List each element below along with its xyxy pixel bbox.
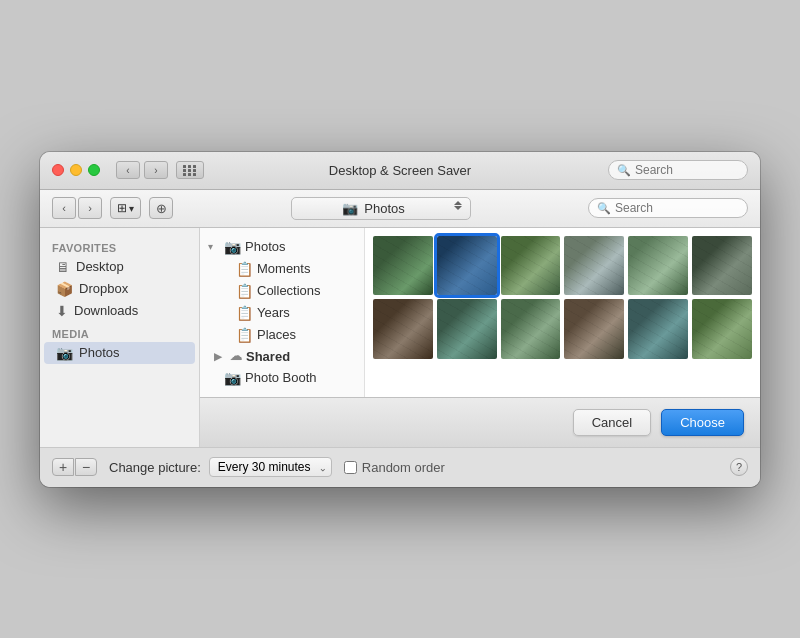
photo-thumb[interactable] bbox=[373, 299, 433, 359]
grid-icon bbox=[183, 165, 197, 176]
tree-item-places[interactable]: 📋 Places bbox=[200, 324, 364, 346]
titlebar-nav: ‹ › bbox=[116, 161, 168, 179]
photo-thumb[interactable] bbox=[564, 236, 624, 296]
new-folder-button[interactable]: ⊕ bbox=[149, 197, 173, 219]
tree-label-moments: Moments bbox=[257, 261, 310, 276]
title-bar: ‹ › Desktop & Screen Saver 🔍 bbox=[40, 152, 760, 190]
toolbar-nav: ‹ › bbox=[52, 197, 102, 219]
media-section-label: Media bbox=[40, 322, 199, 342]
random-order-checkbox[interactable] bbox=[344, 461, 357, 474]
choose-button[interactable]: Choose bbox=[661, 409, 744, 436]
view-mode-button[interactable]: ⊞ ▾ bbox=[110, 197, 141, 219]
interval-select[interactable]: Every 30 minutes bbox=[209, 457, 332, 477]
photo-thumb[interactable] bbox=[628, 236, 688, 296]
view-mode-label: ▾ bbox=[129, 203, 134, 214]
photo-thumb[interactable] bbox=[437, 299, 497, 359]
photo-thumb[interactable] bbox=[628, 299, 688, 359]
sidebar-item-label-desktop: Desktop bbox=[76, 259, 124, 274]
photos-icon: 📷 bbox=[56, 345, 73, 361]
photo-grid bbox=[373, 236, 752, 360]
titlebar-search-input[interactable] bbox=[635, 163, 739, 177]
right-panel: ▾ 📷 Photos 📋 Moments 📋 Collecti bbox=[200, 228, 760, 447]
dropbox-icon: 📦 bbox=[56, 281, 73, 297]
downloads-icon: ⬇ bbox=[56, 303, 68, 319]
back-button[interactable]: ‹ bbox=[116, 161, 140, 179]
tree-photos-icon: 📷 bbox=[224, 239, 241, 255]
window: ‹ › Desktop & Screen Saver 🔍 ‹ › ⊞ ▾ ⊕ bbox=[40, 152, 760, 487]
tree-label-shared: Shared bbox=[246, 349, 290, 364]
change-picture-row: Change picture: Every 30 minutes bbox=[109, 457, 332, 477]
search-icon: 🔍 bbox=[617, 164, 631, 177]
tree-panel: ▾ 📷 Photos 📋 Moments 📋 Collecti bbox=[200, 228, 365, 397]
random-order-row: Random order bbox=[344, 460, 445, 475]
close-button[interactable] bbox=[52, 164, 64, 176]
toolbar-back-button[interactable]: ‹ bbox=[52, 197, 76, 219]
toolbar-search-icon: 🔍 bbox=[597, 202, 611, 215]
traffic-lights bbox=[52, 164, 100, 176]
photo-grid-area bbox=[365, 228, 760, 397]
tree-item-photo-booth[interactable]: 📷 Photo Booth bbox=[200, 367, 364, 389]
photo-thumb[interactable] bbox=[564, 299, 624, 359]
tree-item-shared[interactable]: ▶ ☁ Shared bbox=[200, 346, 364, 367]
help-button[interactable]: ? bbox=[730, 458, 748, 476]
toolbar-search-input[interactable] bbox=[615, 201, 739, 215]
chevron-photos: ▾ bbox=[208, 241, 220, 252]
sidebar-item-photos[interactable]: 📷 Photos bbox=[44, 342, 195, 364]
chevron-shared: ▶ bbox=[214, 351, 226, 362]
favorites-section-label: Favorites bbox=[40, 236, 199, 256]
titlebar-search[interactable]: 🔍 bbox=[608, 160, 748, 180]
photo-thumb[interactable] bbox=[692, 236, 752, 296]
tree-places-icon: 📋 bbox=[236, 327, 253, 343]
location-selector: 📷 Photos bbox=[181, 197, 580, 220]
tree-label-collections: Collections bbox=[257, 283, 321, 298]
sidebar-item-desktop[interactable]: 🖥 Desktop bbox=[44, 256, 195, 278]
maximize-button[interactable] bbox=[88, 164, 100, 176]
remove-button[interactable]: − bbox=[75, 458, 97, 476]
minimize-button[interactable] bbox=[70, 164, 82, 176]
cancel-button[interactable]: Cancel bbox=[573, 409, 651, 436]
tree-label-photos: Photos bbox=[245, 239, 285, 254]
sidebar-item-label-downloads: Downloads bbox=[74, 303, 138, 318]
tree-item-photos[interactable]: ▾ 📷 Photos bbox=[200, 236, 364, 258]
tree-item-years[interactable]: 📋 Years bbox=[200, 302, 364, 324]
tree-years-icon: 📋 bbox=[236, 305, 253, 321]
sidebar-item-label-dropbox: Dropbox bbox=[79, 281, 128, 296]
toolbar: ‹ › ⊞ ▾ ⊕ 📷 Photos 🔍 bbox=[40, 190, 760, 228]
view-icon: ⊞ bbox=[117, 201, 127, 215]
sidebar-item-dropbox[interactable]: 📦 Dropbox bbox=[44, 278, 195, 300]
tree-collections-icon: 📋 bbox=[236, 283, 253, 299]
sidebar: Favorites 🖥 Desktop 📦 Dropbox ⬇ Download… bbox=[40, 228, 200, 447]
cloud-icon: ☁ bbox=[230, 349, 242, 363]
grid-view-button[interactable] bbox=[176, 161, 204, 179]
location-icon: 📷 bbox=[342, 201, 358, 216]
random-order-label: Random order bbox=[362, 460, 445, 475]
toolbar-search[interactable]: 🔍 bbox=[588, 198, 748, 218]
sidebar-item-downloads[interactable]: ⬇ Downloads bbox=[44, 300, 195, 322]
bottom-bar: Cancel Choose bbox=[200, 397, 760, 447]
sidebar-item-label-photos: Photos bbox=[79, 345, 119, 360]
tree-photo-booth-icon: 📷 bbox=[224, 370, 241, 386]
photo-thumb[interactable] bbox=[692, 299, 752, 359]
tree-label-photo-booth: Photo Booth bbox=[245, 370, 317, 385]
tree-moments-icon: 📋 bbox=[236, 261, 253, 277]
plus-minus-controls: + − bbox=[52, 458, 97, 476]
photo-thumb[interactable] bbox=[373, 236, 433, 296]
tree-item-moments[interactable]: 📋 Moments bbox=[200, 258, 364, 280]
toolbar-forward-button[interactable]: › bbox=[78, 197, 102, 219]
panel-body: ▾ 📷 Photos 📋 Moments 📋 Collecti bbox=[200, 228, 760, 397]
tree-item-collections[interactable]: 📋 Collections bbox=[200, 280, 364, 302]
tree-label-years: Years bbox=[257, 305, 290, 320]
add-button[interactable]: + bbox=[52, 458, 74, 476]
under-bar: + − Change picture: Every 30 minutes Ran… bbox=[40, 447, 760, 487]
photo-thumb[interactable] bbox=[501, 236, 561, 296]
change-picture-label: Change picture: bbox=[109, 460, 201, 475]
forward-button[interactable]: › bbox=[144, 161, 168, 179]
window-title: Desktop & Screen Saver bbox=[329, 163, 471, 178]
photo-thumb[interactable] bbox=[437, 236, 497, 296]
location-label: Photos bbox=[364, 201, 404, 216]
desktop-icon: 🖥 bbox=[56, 259, 70, 275]
photo-thumb[interactable] bbox=[501, 299, 561, 359]
location-dropdown[interactable]: 📷 Photos bbox=[291, 197, 471, 220]
interval-select-wrapper: Every 30 minutes bbox=[209, 457, 332, 477]
main-content: Favorites 🖥 Desktop 📦 Dropbox ⬇ Download… bbox=[40, 228, 760, 447]
